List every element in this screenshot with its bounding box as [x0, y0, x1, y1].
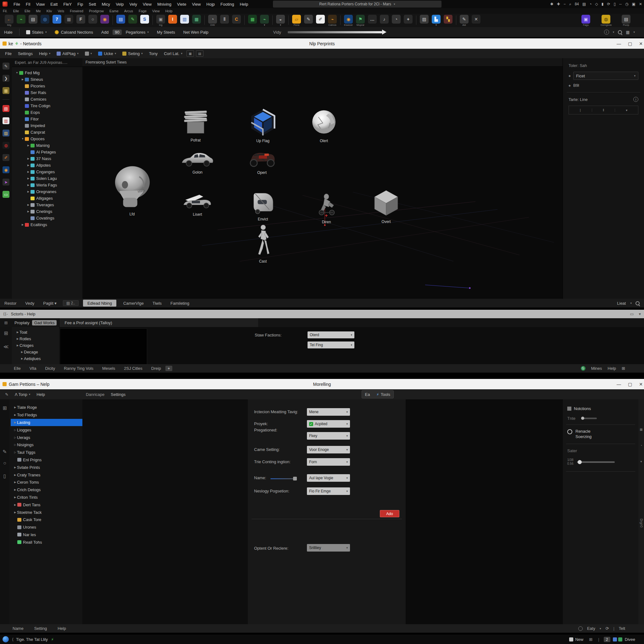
pilup-button[interactable]: ▤PuUp [621, 15, 631, 27]
os-menu2-item[interactable]: Elle [10, 9, 22, 13]
flag-green-button[interactable]: ⚑Mopral [355, 15, 366, 26]
bust-button[interactable]: ◔Ortlr [207, 15, 218, 26]
form-select-fio-fir-emge[interactable]: Fio Fir Emge▾ [307, 487, 350, 495]
os-menu-item[interactable]: Eatt [47, 2, 60, 7]
os-menu-item[interactable]: Hojp [203, 2, 218, 7]
sater-slider[interactable] [578, 460, 582, 464]
os-status-icon[interactable]: ✚ [557, 2, 560, 6]
pen-green-button[interactable]: ✎ [127, 15, 138, 24]
spoon-button[interactable]: ◒▾ [275, 15, 286, 26]
form-select-acpited[interactable]: ✓Acpited▾ [307, 420, 350, 428]
win3-tree-item-nisigings[interactable]: ▷Nisigings [13, 441, 82, 449]
collapse-icon[interactable]: ≪ [0, 344, 12, 350]
win3-tree-item-cask-tore[interactable]: Cask Tore [13, 516, 82, 524]
win1-menu-seting[interactable]: Seting▾ [119, 51, 146, 56]
tree-expander[interactable]: ▶ [26, 164, 30, 167]
asset-lfd[interactable]: MaskLfd [112, 164, 152, 216]
os-menu2-item[interactable]: Holp [163, 9, 175, 13]
panel-icon[interactable]: ⊞ [622, 366, 625, 371]
os-menu-item[interactable]: Viete [174, 2, 189, 7]
tree-item-werla-fags[interactable]: ▶Werla Fags [12, 182, 82, 188]
tarte-cell[interactable]: | [569, 108, 592, 112]
os-menu-item[interactable]: Footing [218, 2, 237, 7]
person-button[interactable]: ◔ [391, 15, 402, 24]
app-icon[interactable] [613, 637, 617, 641]
os-menu2-item[interactable]: Eame [107, 9, 121, 13]
asset-opert[interactable]: Opert [246, 149, 278, 175]
win3-tree-item-stoetme-tack[interactable]: ▶Stoetme Tack [13, 508, 82, 516]
eaty-label[interactable]: Eaty [587, 626, 595, 631]
bottom-tab-vedy[interactable]: Vedy [21, 301, 39, 306]
os-menu2-item[interactable]: Kliv [44, 9, 55, 13]
os-menu2-item[interactable]: View [149, 9, 163, 13]
os-menu-item[interactable]: View [189, 2, 203, 7]
asset-up-flag[interactable]: Up Flag [249, 109, 277, 143]
os-menu-item[interactable]: FIl [23, 2, 33, 7]
help-menu[interactable]: Help [33, 392, 48, 397]
image-button[interactable]: ▨ [419, 15, 430, 24]
b9l-label[interactable]: B9l [573, 83, 579, 88]
ea-tab[interactable]: Ea [362, 392, 373, 397]
stack-button[interactable]: ▤ [28, 15, 38, 24]
back-icon[interactable]: ⟨ [12, 637, 14, 642]
os-menu2-item[interactable]: Prodgrow [86, 9, 107, 13]
asset-golon[interactable]: Golon [180, 150, 215, 175]
new-button[interactable]: New [575, 637, 583, 642]
rocket-icon[interactable]: ➤ [3, 179, 9, 186]
grid-icon[interactable]: ⊞ [0, 405, 9, 411]
tree-expander[interactable]: ▶ [26, 157, 30, 160]
tarte-cell[interactable]: ▾ [615, 108, 638, 112]
pen-icon[interactable]: ✎ [0, 449, 9, 455]
maximize-button[interactable]: ▢ [628, 382, 632, 387]
tree-expander[interactable]: ▶ [13, 414, 17, 416]
blocks-button[interactable]: ▚ [443, 15, 453, 24]
tree-expander[interactable]: ▶ [13, 481, 17, 484]
asset-olert[interactable]: Olert [310, 109, 338, 143]
status-item-dreip[interactable]: Dreip [147, 366, 165, 371]
pen2-button[interactable]: ✎Aid [459, 15, 469, 26]
bottom-tab-camervlge[interactable]: CamerVlge [119, 301, 148, 306]
brush-white-button[interactable]: ✐ [315, 15, 326, 24]
tarte-cell[interactable]: ‖ [592, 108, 615, 112]
bottom-tab-paglit-[interactable]: Paglit ▾ [39, 301, 61, 306]
win3-tree-item-nar-les[interactable]: Nar les [13, 531, 82, 539]
view-mode-icon[interactable]: ▤ [196, 50, 203, 57]
f-tool-button[interactable]: F [75, 15, 86, 24]
win1-menu-tony[interactable]: Tony [146, 51, 161, 56]
radio-icon[interactable] [567, 429, 572, 434]
win3-tree-item-dert-tans[interactable]: ▶Dert Tans [13, 501, 82, 508]
win3-tree-item-reall-tohs[interactable]: Reall Tohs [13, 538, 82, 546]
win1-titlebar[interactable]: ke ⚘ - Networds Nlp Perprints — ▢ ✕ [0, 38, 644, 49]
tree-item-ecaltings[interactable]: ▶Ecaltings [12, 221, 82, 228]
asset-viewport[interactable]: Fremraiong Sutert Tiews PofratUp FlagOle… [82, 58, 563, 299]
chevron-down-icon[interactable]: ▾ [613, 31, 614, 34]
tree-filter-input[interactable]: Expert. an Far JU9 Arpoinas..... [12, 58, 82, 67]
tree-item-cnganges[interactable]: ▶Cnganges [12, 169, 82, 175]
wrench-orange-button[interactable]: ⌁Catnos [327, 15, 338, 26]
form-select-forn[interactable]: Forn▾ [307, 458, 350, 466]
tree-item-fitor[interactable]: Fitor [12, 116, 82, 122]
os-menu2-item[interactable]: Me [33, 9, 43, 13]
photo-icon[interactable]: ▨ [3, 130, 9, 136]
dots-button[interactable]: … [367, 15, 378, 24]
news-icon[interactable] [569, 637, 573, 641]
clock-icon[interactable]: ◔ [638, 444, 644, 447]
tree-expander[interactable]: ▷ [13, 443, 17, 446]
plus-button[interactable]: + [403, 15, 414, 24]
tree-expander[interactable]: ▶ [13, 488, 17, 491]
win3-tree-item-urones[interactable]: Urones [13, 524, 82, 531]
ado-button[interactable]: Ado [380, 510, 399, 517]
folder-orange-button[interactable]: ▱Pene [291, 15, 302, 26]
win3-tree-item-ceron-toms[interactable]: ▶Ceron Toms [13, 479, 82, 486]
info-icon[interactable]: i [633, 97, 638, 102]
status-item-mesels[interactable]: Mesels [98, 366, 119, 371]
tools-tab[interactable]: ⚡Tools [373, 392, 394, 397]
globe-icon[interactable]: ◉ [3, 166, 9, 173]
bottom-tab-tiwls[interactable]: Tiwls [148, 301, 166, 306]
win1-menu-corl-lat-[interactable]: Corl Lat.▾ [161, 51, 186, 56]
tonp-menu[interactable]: Λ Tonp▾ [12, 392, 33, 397]
app-icon[interactable] [618, 637, 622, 641]
tree-expander[interactable]: ▶ [26, 177, 30, 180]
os-status-icon[interactable]: ⌕ [569, 2, 571, 6]
form-select-aul-lape-vogie[interactable]: Aul lape Vogie▾ [307, 474, 350, 482]
